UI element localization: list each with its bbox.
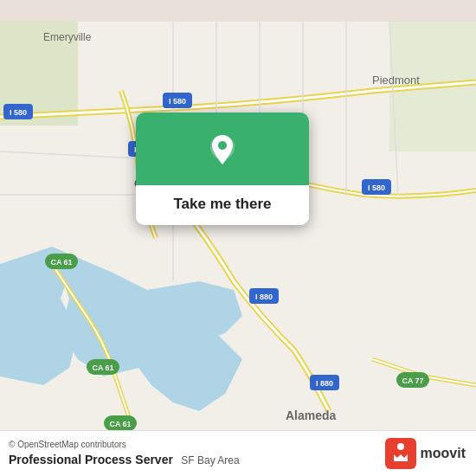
svg-point-40 <box>218 141 227 150</box>
svg-text:CA 77: CA 77 <box>402 376 423 385</box>
footer-subtitle: SF Bay Area <box>181 454 239 466</box>
svg-text:I 580: I 580 <box>368 183 385 192</box>
tooltip-label[interactable]: Take me there <box>136 185 309 225</box>
svg-text:CA 61: CA 61 <box>109 420 131 428</box>
tooltip-green-section <box>136 113 309 185</box>
osm-credit: © OpenStreetMap contributors <box>9 440 240 449</box>
footer-business: Professional Process Server SF Bay Area <box>9 452 240 467</box>
svg-text:I 880: I 880 <box>255 293 273 301</box>
footer-title: Professional Process Server <box>9 453 173 466</box>
footer-bar: © OpenStreetMap contributors Professiona… <box>0 430 476 476</box>
svg-text:Piedmont: Piedmont <box>372 74 420 87</box>
svg-text:Alameda: Alameda <box>286 408 337 422</box>
moovit-icon <box>385 438 416 469</box>
footer-left: © OpenStreetMap contributors Professiona… <box>9 440 240 467</box>
svg-text:CA 61: CA 61 <box>50 258 72 267</box>
map-container: I 580 I 980 I 880 I 580 I 880 CA 61 CA 6… <box>0 0 476 476</box>
svg-point-42 <box>397 443 404 450</box>
svg-text:I 880: I 880 <box>316 379 333 388</box>
svg-text:I 580: I 580 <box>10 108 27 117</box>
svg-text:CA 61: CA 61 <box>92 363 113 372</box>
moovit-logo[interactable]: moovit <box>385 438 466 469</box>
moovit-text: moovit <box>421 446 466 461</box>
location-pin-icon <box>203 132 241 170</box>
svg-rect-41 <box>385 438 416 469</box>
svg-text:I 580: I 580 <box>169 97 186 106</box>
map-background: I 580 I 980 I 880 I 580 I 880 CA 61 CA 6… <box>0 0 476 476</box>
tooltip-card[interactable]: Take me there <box>136 113 309 225</box>
svg-text:Emeryville: Emeryville <box>43 31 92 43</box>
